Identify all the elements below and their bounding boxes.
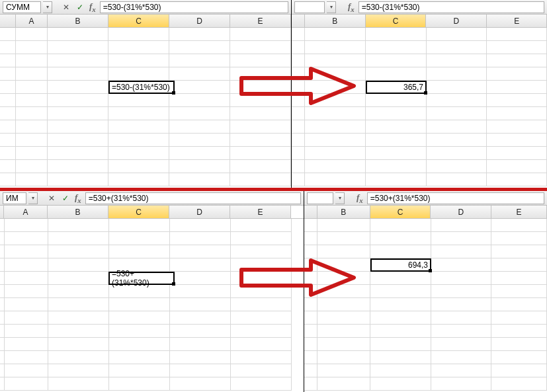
col-header-D[interactable]: D — [169, 15, 230, 27]
pane-bottom-left: ИМ ▾ ✕ ✓ fx =530+(31%*530) A B C D E =53… — [0, 191, 304, 392]
name-box[interactable]: ИМ — [3, 192, 26, 204]
name-box-dropdown-icon[interactable]: ▾ — [327, 1, 336, 13]
enter-icon[interactable]: ✓ — [74, 1, 86, 13]
grid[interactable]: 694,3 — [304, 219, 547, 391]
col-header-C[interactable]: C — [108, 206, 169, 218]
name-box[interactable] — [294, 1, 325, 13]
pane-top-right: ▾ fx =530-(31%*530) B C D E 365,7 — [291, 0, 547, 188]
formula-bar: ИМ ▾ ✕ ✓ fx =530+(31%*530) — [0, 191, 304, 206]
name-box-dropdown-icon[interactable]: ▾ — [28, 192, 38, 204]
select-all-corner[interactable] — [304, 206, 317, 218]
formula-bar: ▾ fx =530+(31%*530) — [304, 191, 547, 206]
col-header-E[interactable]: E — [230, 15, 291, 27]
pane-bottom-right: ▾ fx =530+(31%*530) B C D E 694,3 — [304, 191, 547, 392]
fx-icon[interactable]: fx — [348, 1, 355, 13]
column-headers: B C D E — [304, 206, 547, 219]
grid[interactable]: 365,7 — [292, 28, 547, 186]
formula-input[interactable]: =530-(31%*530) — [358, 1, 544, 13]
fx-icon[interactable]: fx — [89, 1, 96, 13]
col-header-A[interactable]: A — [16, 15, 48, 27]
col-header-E[interactable]: E — [230, 206, 291, 218]
col-header-B[interactable]: B — [317, 206, 370, 218]
cancel-icon[interactable]: ✕ — [60, 1, 72, 13]
fx-icon[interactable]: fx — [357, 192, 363, 204]
pane-top-left: СУММ ▾ ✕ ✓ fx =530-(31%*530) A B C D E =… — [0, 0, 291, 188]
col-header-C[interactable]: C — [370, 206, 431, 218]
column-headers: B C D E — [292, 15, 547, 28]
grid[interactable]: =530+(31%*530) — [0, 219, 304, 391]
formula-input[interactable]: =530-(31%*530) — [100, 1, 288, 13]
name-box[interactable] — [307, 192, 333, 204]
column-headers: A B C D E — [0, 206, 304, 219]
select-all-corner[interactable] — [0, 15, 16, 27]
col-header-C[interactable]: C — [366, 15, 427, 27]
col-header-D[interactable]: D — [169, 206, 230, 218]
enter-icon[interactable]: ✓ — [60, 192, 71, 204]
col-header-E[interactable]: E — [487, 15, 547, 27]
fx-icon[interactable]: fx — [75, 192, 81, 204]
col-header-B[interactable]: B — [48, 15, 108, 27]
name-box-dropdown-icon[interactable]: ▾ — [335, 192, 345, 204]
col-header-C[interactable]: C — [108, 15, 169, 27]
col-header-A[interactable]: A — [4, 206, 48, 218]
formula-input[interactable]: =530+(31%*530) — [85, 192, 301, 204]
formula-bar: СУММ ▾ ✕ ✓ fx =530-(31%*530) — [0, 0, 291, 15]
col-header-D[interactable]: D — [431, 206, 491, 218]
col-header-D[interactable]: D — [426, 15, 487, 27]
name-box[interactable]: СУММ — [3, 1, 41, 13]
name-box-dropdown-icon[interactable]: ▾ — [43, 1, 52, 13]
col-header-B[interactable]: B — [305, 15, 366, 27]
column-headers: A B C D E — [0, 15, 291, 28]
col-header-E[interactable]: E — [491, 206, 547, 218]
grid[interactable]: =530-(31%*530) — [0, 28, 291, 186]
formula-input[interactable]: =530+(31%*530) — [367, 192, 544, 204]
cancel-icon[interactable]: ✕ — [46, 192, 58, 204]
select-all-corner[interactable] — [292, 15, 305, 27]
formula-bar: ▾ fx =530-(31%*530) — [292, 0, 547, 15]
col-header-B[interactable]: B — [48, 206, 108, 218]
